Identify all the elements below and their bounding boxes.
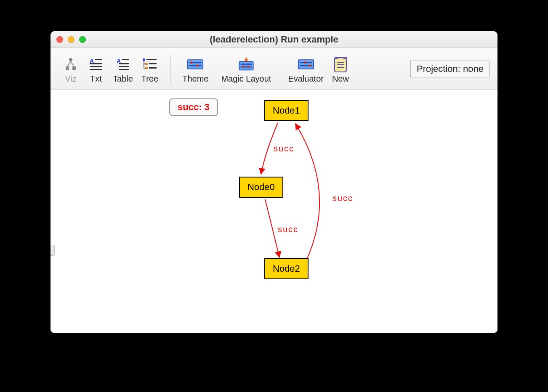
svg-rect-2 [72, 66, 76, 70]
svg-point-22 [191, 61, 193, 64]
svg-rect-36 [337, 67, 344, 68]
svg-rect-25 [241, 64, 252, 65]
svg-rect-16 [149, 63, 157, 64]
evaluator-icon [298, 56, 314, 73]
svg-rect-14 [146, 59, 157, 60]
edge-label-3: succ [333, 193, 353, 203]
theme-button[interactable]: Theme [178, 54, 213, 84]
app-window: (leaderelection) Run example Viz [51, 31, 497, 333]
layout-group: Theme Magic Layout [178, 54, 353, 84]
window-title: (leaderelection) Run example [51, 34, 497, 45]
svg-rect-35 [337, 64, 344, 65]
svg-rect-11 [119, 66, 129, 67]
table-label: Table [113, 74, 133, 84]
viz-canvas[interactable]: succ: 3 Node1 Node0 Node2 succ succ succ [51, 90, 497, 333]
edges-layer [51, 90, 497, 333]
svg-point-27 [242, 66, 245, 68]
tree-button[interactable]: Tree [137, 54, 162, 84]
svg-point-23 [197, 64, 199, 66]
svg-point-0 [69, 58, 72, 61]
magic-layout-label: Magic Layout [221, 74, 271, 84]
svg-rect-21 [189, 65, 202, 66]
table-button[interactable]: A Table [109, 54, 137, 84]
toolbar-separator [170, 54, 170, 84]
magic-layout-button[interactable]: Magic Layout [213, 54, 279, 84]
svg-point-15 [145, 63, 148, 65]
new-icon [332, 56, 349, 73]
tree-label: Tree [141, 74, 158, 84]
svg-rect-29 [298, 60, 313, 69]
svg-rect-18 [149, 67, 157, 69]
edge-label-2: succ [278, 225, 298, 234]
svg-rect-1 [66, 66, 69, 70]
txt-button[interactable]: A Txt [83, 54, 109, 84]
svg-rect-6 [90, 66, 102, 67]
svg-point-28 [247, 66, 249, 68]
toolbar: Viz A Txt A [51, 48, 497, 90]
close-icon[interactable] [56, 36, 63, 43]
new-button[interactable]: New [328, 54, 353, 84]
minimize-icon[interactable] [68, 36, 74, 43]
projection-selector[interactable]: Projection: none [410, 61, 490, 77]
svg-rect-10 [119, 63, 129, 64]
zoom-icon[interactable] [79, 36, 86, 43]
svg-point-17 [145, 67, 148, 69]
titlebar: (leaderelection) Run example [51, 31, 497, 48]
svg-rect-24 [239, 61, 253, 70]
svg-point-13 [143, 58, 145, 61]
graph-node-node2[interactable]: Node2 [264, 258, 309, 279]
svg-rect-5 [90, 63, 102, 64]
graph-node-node1[interactable]: Node1 [264, 100, 309, 121]
svg-point-33 [309, 64, 311, 66]
svg-rect-26 [241, 66, 252, 68]
viz-button[interactable]: Viz [58, 54, 83, 84]
viz-label: Viz [65, 74, 76, 84]
svg-rect-7 [90, 69, 102, 70]
svg-rect-34 [337, 62, 344, 63]
svg-point-32 [304, 61, 306, 64]
evaluator-button[interactable]: Evaluator [279, 54, 328, 84]
svg-rect-12 [119, 69, 129, 70]
theme-icon [187, 56, 204, 73]
tree-icon [141, 56, 158, 73]
viz-icon [62, 56, 79, 73]
svg-rect-9 [122, 59, 129, 60]
view-group: Viz A Txt A [58, 54, 162, 84]
theme-label: Theme [182, 74, 208, 84]
svg-rect-4 [95, 59, 102, 60]
svg-rect-19 [188, 60, 203, 69]
txt-label: Txt [90, 74, 102, 84]
edge-label-1: succ [274, 144, 294, 154]
table-icon: A [114, 56, 131, 73]
legend-box: succ: 3 [169, 98, 218, 116]
graph-node-node0[interactable]: Node0 [239, 177, 283, 198]
new-label: New [332, 74, 349, 84]
window-controls [56, 36, 86, 43]
magic-layout-icon [238, 56, 255, 73]
evaluator-label: Evaluator [288, 74, 324, 84]
side-panel-handle[interactable] [51, 245, 55, 256]
txt-icon: A [88, 56, 104, 73]
